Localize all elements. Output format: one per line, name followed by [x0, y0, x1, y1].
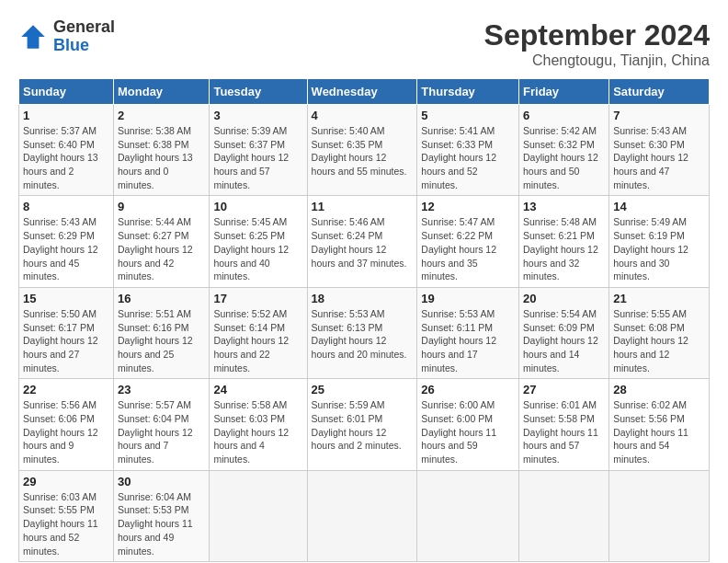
calendar-cell: 1 Sunrise: 5:37 AM Sunset: 6:40 PM Dayli…: [19, 105, 114, 196]
calendar-week-row: 1 Sunrise: 5:37 AM Sunset: 6:40 PM Dayli…: [19, 105, 710, 196]
calendar-cell: 27 Sunrise: 6:01 AM Sunset: 5:58 PM Dayl…: [519, 379, 609, 470]
day-number: 20: [523, 292, 605, 305]
calendar-cell: 26 Sunrise: 6:00 AM Sunset: 6:00 PM Dayl…: [417, 379, 519, 470]
calendar-header-row: SundayMondayTuesdayWednesdayThursdayFrid…: [19, 79, 710, 105]
logo: General Blue: [18, 18, 115, 55]
calendar-cell: 21 Sunrise: 5:55 AM Sunset: 6:08 PM Dayl…: [609, 287, 710, 378]
day-detail: Sunrise: 5:52 AM Sunset: 6:14 PM Dayligh…: [213, 307, 302, 374]
calendar-cell: 16 Sunrise: 5:51 AM Sunset: 6:16 PM Dayl…: [113, 287, 209, 378]
svg-marker-0: [21, 25, 45, 49]
day-number: 12: [421, 200, 515, 213]
calendar-cell: 20 Sunrise: 5:54 AM Sunset: 6:09 PM Dayl…: [519, 287, 609, 378]
day-number: 28: [613, 383, 705, 396]
day-detail: Sunrise: 5:43 AM Sunset: 6:29 PM Dayligh…: [23, 215, 109, 282]
day-number: 11: [312, 200, 414, 213]
day-detail: Sunrise: 5:48 AM Sunset: 6:21 PM Dayligh…: [523, 215, 605, 282]
day-detail: Sunrise: 5:55 AM Sunset: 6:08 PM Dayligh…: [613, 307, 705, 374]
calendar-week-row: 22 Sunrise: 5:56 AM Sunset: 6:06 PM Dayl…: [19, 379, 710, 470]
day-header-wednesday: Wednesday: [307, 79, 417, 105]
calendar-cell: 9 Sunrise: 5:44 AM Sunset: 6:27 PM Dayli…: [113, 196, 209, 287]
calendar-cell: 7 Sunrise: 5:43 AM Sunset: 6:30 PM Dayli…: [609, 105, 710, 196]
day-header-friday: Friday: [519, 79, 609, 105]
day-number: 4: [312, 109, 414, 122]
day-number: 16: [118, 292, 205, 305]
day-number: 15: [23, 292, 109, 305]
calendar-week-row: 15 Sunrise: 5:50 AM Sunset: 6:17 PM Dayl…: [19, 287, 710, 378]
month-info: September 2024 Chengtougu, Tianjin, Chin…: [484, 18, 710, 69]
day-detail: Sunrise: 5:38 AM Sunset: 6:38 PM Dayligh…: [118, 124, 205, 191]
calendar-cell: 11 Sunrise: 5:46 AM Sunset: 6:24 PM Dayl…: [307, 196, 417, 287]
day-number: 27: [523, 383, 605, 396]
calendar-cell: [210, 470, 307, 561]
calendar-cell: 6 Sunrise: 5:42 AM Sunset: 6:32 PM Dayli…: [519, 105, 609, 196]
calendar-cell: 19 Sunrise: 5:53 AM Sunset: 6:11 PM Dayl…: [417, 287, 519, 378]
day-detail: Sunrise: 6:02 AM Sunset: 5:56 PM Dayligh…: [613, 398, 705, 465]
day-number: 17: [213, 292, 302, 305]
day-number: 23: [118, 383, 205, 396]
day-number: 29: [23, 475, 109, 488]
day-detail: Sunrise: 5:54 AM Sunset: 6:09 PM Dayligh…: [523, 307, 605, 374]
day-number: 26: [421, 383, 515, 396]
calendar-cell: 8 Sunrise: 5:43 AM Sunset: 6:29 PM Dayli…: [19, 196, 114, 287]
calendar-cell: 28 Sunrise: 6:02 AM Sunset: 5:56 PM Dayl…: [609, 379, 710, 470]
day-number: 6: [523, 109, 605, 122]
day-detail: Sunrise: 5:49 AM Sunset: 6:19 PM Dayligh…: [613, 215, 705, 282]
day-detail: Sunrise: 5:44 AM Sunset: 6:27 PM Dayligh…: [118, 215, 205, 282]
logo-text: General Blue: [53, 18, 115, 55]
day-number: 22: [23, 383, 109, 396]
calendar-cell: 22 Sunrise: 5:56 AM Sunset: 6:06 PM Dayl…: [19, 379, 114, 470]
day-detail: Sunrise: 5:56 AM Sunset: 6:06 PM Dayligh…: [23, 398, 109, 465]
calendar-week-row: 29 Sunrise: 6:03 AM Sunset: 5:55 PM Dayl…: [19, 470, 710, 561]
calendar-cell: 3 Sunrise: 5:39 AM Sunset: 6:37 PM Dayli…: [210, 105, 307, 196]
day-detail: Sunrise: 5:47 AM Sunset: 6:22 PM Dayligh…: [421, 215, 515, 282]
day-detail: Sunrise: 5:50 AM Sunset: 6:17 PM Dayligh…: [23, 307, 109, 374]
day-number: 3: [213, 109, 302, 122]
calendar-table: SundayMondayTuesdayWednesdayThursdayFrid…: [18, 78, 710, 562]
day-detail: Sunrise: 6:03 AM Sunset: 5:55 PM Dayligh…: [23, 490, 109, 557]
day-number: 24: [213, 383, 302, 396]
day-detail: Sunrise: 5:39 AM Sunset: 6:37 PM Dayligh…: [213, 124, 302, 191]
day-number: 7: [613, 109, 705, 122]
calendar-cell: 18 Sunrise: 5:53 AM Sunset: 6:13 PM Dayl…: [307, 287, 417, 378]
day-detail: Sunrise: 5:46 AM Sunset: 6:24 PM Dayligh…: [312, 215, 414, 270]
day-detail: Sunrise: 5:45 AM Sunset: 6:25 PM Dayligh…: [213, 215, 302, 282]
calendar-cell: 5 Sunrise: 5:41 AM Sunset: 6:33 PM Dayli…: [417, 105, 519, 196]
calendar-cell: 4 Sunrise: 5:40 AM Sunset: 6:35 PM Dayli…: [307, 105, 417, 196]
location: Chengtougu, Tianjin, China: [484, 52, 710, 69]
day-number: 19: [421, 292, 515, 305]
calendar-cell: 23 Sunrise: 5:57 AM Sunset: 6:04 PM Dayl…: [113, 379, 209, 470]
day-detail: Sunrise: 6:00 AM Sunset: 6:00 PM Dayligh…: [421, 398, 515, 465]
calendar-cell: 17 Sunrise: 5:52 AM Sunset: 6:14 PM Dayl…: [210, 287, 307, 378]
calendar-cell: 10 Sunrise: 5:45 AM Sunset: 6:25 PM Dayl…: [210, 196, 307, 287]
month-title: September 2024: [484, 18, 710, 52]
calendar-cell: 30 Sunrise: 6:04 AM Sunset: 5:53 PM Dayl…: [113, 470, 209, 561]
day-number: 30: [118, 475, 205, 488]
day-detail: Sunrise: 6:04 AM Sunset: 5:53 PM Dayligh…: [118, 490, 205, 557]
day-detail: Sunrise: 5:43 AM Sunset: 6:30 PM Dayligh…: [613, 124, 705, 191]
page-header: General Blue September 2024 Chengtougu, …: [18, 18, 710, 69]
day-number: 25: [312, 383, 414, 396]
day-detail: Sunrise: 6:01 AM Sunset: 5:58 PM Dayligh…: [523, 398, 605, 465]
day-detail: Sunrise: 5:51 AM Sunset: 6:16 PM Dayligh…: [118, 307, 205, 374]
day-number: 18: [312, 292, 414, 305]
day-header-saturday: Saturday: [609, 79, 710, 105]
day-detail: Sunrise: 5:53 AM Sunset: 6:11 PM Dayligh…: [421, 307, 515, 374]
day-detail: Sunrise: 5:53 AM Sunset: 6:13 PM Dayligh…: [312, 307, 414, 362]
calendar-cell: [519, 470, 609, 561]
calendar-cell: 2 Sunrise: 5:38 AM Sunset: 6:38 PM Dayli…: [113, 105, 209, 196]
day-number: 8: [23, 200, 109, 213]
calendar-cell: [417, 470, 519, 561]
day-number: 2: [118, 109, 205, 122]
calendar-cell: 14 Sunrise: 5:49 AM Sunset: 6:19 PM Dayl…: [609, 196, 710, 287]
day-number: 10: [213, 200, 302, 213]
day-header-sunday: Sunday: [19, 79, 114, 105]
day-detail: Sunrise: 5:37 AM Sunset: 6:40 PM Dayligh…: [23, 124, 109, 191]
calendar-body: 1 Sunrise: 5:37 AM Sunset: 6:40 PM Dayli…: [19, 105, 710, 562]
day-detail: Sunrise: 5:59 AM Sunset: 6:01 PM Dayligh…: [312, 398, 414, 453]
logo-icon: [18, 22, 48, 52]
calendar-week-row: 8 Sunrise: 5:43 AM Sunset: 6:29 PM Dayli…: [19, 196, 710, 287]
day-header-monday: Monday: [113, 79, 209, 105]
day-header-thursday: Thursday: [417, 79, 519, 105]
calendar-cell: 12 Sunrise: 5:47 AM Sunset: 6:22 PM Dayl…: [417, 196, 519, 287]
day-detail: Sunrise: 5:42 AM Sunset: 6:32 PM Dayligh…: [523, 124, 605, 191]
